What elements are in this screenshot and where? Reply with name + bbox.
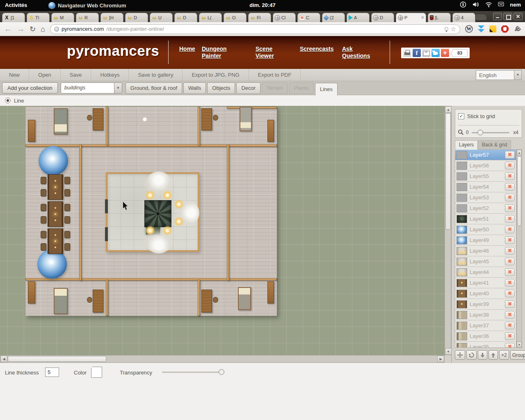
menu-item-open[interactable]: Open (29, 69, 61, 81)
map-bed-a[interactable] (54, 108, 68, 135)
x2-button[interactable]: ×2 (499, 350, 509, 360)
map-table[interactable] (48, 228, 63, 254)
delete-layer-button[interactable]: ✖ (505, 343, 515, 348)
delete-layer-button[interactable]: ✖ (505, 311, 515, 319)
delete-layer-button[interactable]: ✖ (505, 258, 515, 265)
line-thickness-input[interactable] (45, 368, 59, 377)
map-desk[interactable] (201, 108, 212, 130)
header-link-home[interactable]: Home (179, 46, 197, 52)
layer-row-layer51[interactable]: Layer51✖ (455, 214, 516, 224)
home-button[interactable]: ⌂ (41, 25, 45, 33)
layer-row-layer38[interactable]: Layer38✖ (455, 310, 516, 320)
header-link-screencasts[interactable]: Screencasts (300, 46, 338, 52)
map-table[interactable] (48, 174, 63, 200)
bookmark-star-icon[interactable]: ☆ (451, 26, 456, 32)
delete-layer-button[interactable]: ✖ (505, 279, 515, 287)
map-chair[interactable] (41, 177, 46, 184)
clock[interactable]: dim. 20:47 (0, 2, 525, 8)
map-chair[interactable] (41, 231, 46, 238)
color-picker-swatch[interactable] (91, 367, 102, 378)
map-desk[interactable] (201, 290, 212, 313)
layer-row-layer50[interactable]: Layer50✖ (455, 224, 516, 235)
map-stool[interactable] (87, 297, 92, 303)
browser-tab-d[interactable]: ωD (125, 13, 148, 22)
browser-tab-c[interactable]: MC (297, 13, 320, 22)
addthis-share-icon[interactable]: + (441, 49, 449, 57)
layer-list-scrollbar[interactable]: ▲ ▼ (516, 149, 522, 348)
browser-tab-d[interactable]: ωD (174, 13, 197, 22)
layer-row-layer45[interactable]: Layer45✖ (455, 256, 516, 267)
scroll-down-icon[interactable]: ▼ (517, 342, 522, 347)
username[interactable]: nem (510, 2, 521, 8)
canvas[interactable] (0, 106, 445, 355)
map-fountain-s[interactable] (144, 226, 173, 253)
header-link-scene-viewer[interactable]: Scene Viewer (256, 46, 281, 59)
twitter-share-icon[interactable] (431, 49, 440, 57)
map-stool[interactable] (213, 297, 218, 303)
browser-tab-o[interactable]: ωO (224, 13, 247, 22)
stick-to-grid-checkbox[interactable]: ✓ (458, 113, 464, 119)
delete-layer-button[interactable]: ✖ (505, 332, 515, 340)
scroll-up-icon[interactable]: ▲ (445, 106, 452, 113)
browser-tab-a[interactable]: A (347, 13, 370, 22)
tab-close-icon[interactable]: × (421, 16, 424, 20)
map-cabinet[interactable] (267, 281, 274, 304)
browser-tab-1[interactable]: X[1 (2, 13, 25, 22)
map-bed-c[interactable] (54, 288, 68, 314)
map-bed-d[interactable] (238, 287, 251, 310)
panel-tab-back-grid[interactable]: Back & grid (478, 140, 511, 150)
canvas-horizontal-scrollbar[interactable]: ◀ ▶ (0, 355, 445, 363)
wrench-menu-icon[interactable] (514, 25, 521, 33)
map-spiral[interactable] (144, 200, 171, 227)
vertical-scroll-thumb[interactable] (445, 113, 451, 230)
delete-layer-button[interactable]: ✖ (505, 290, 515, 297)
scroll-up-icon[interactable]: ▲ (517, 150, 522, 155)
layer-row-layer55[interactable]: Layer55✖ (455, 171, 516, 182)
map-chair[interactable] (41, 243, 46, 251)
map-desk[interactable] (93, 108, 103, 130)
layer-scroll-thumb[interactable] (517, 156, 521, 226)
map-chair[interactable] (41, 189, 46, 196)
zoom-slider[interactable] (472, 132, 509, 133)
line-radio[interactable] (5, 98, 11, 103)
delete-layer-button[interactable]: ✖ (505, 268, 515, 276)
map-chair[interactable] (41, 216, 46, 224)
layer-row-layer44[interactable]: Layer44✖ (455, 267, 516, 278)
browser-tab-u[interactable]: ωU (150, 13, 173, 22)
maximize-button[interactable] (503, 13, 512, 20)
wikipedia-extension-icon[interactable]: W (465, 25, 473, 33)
wifi-icon[interactable] (485, 2, 492, 7)
browser-tab-p[interactable]: P× (396, 13, 426, 22)
map-chair[interactable] (64, 231, 70, 238)
delete-layer-button[interactable]: ✖ (505, 151, 515, 159)
layer-row-layer52[interactable]: Layer52✖ (455, 203, 516, 214)
browser-tab-l[interactable]: ωL( (199, 13, 222, 22)
delete-layer-button[interactable]: ✖ (505, 204, 515, 212)
transparency-slider[interactable] (162, 372, 224, 373)
scroll-right-icon[interactable]: ▶ (437, 356, 444, 362)
map-fountain-n[interactable] (144, 171, 173, 200)
menu-item-new[interactable]: New (0, 69, 29, 81)
browser-tab-fl[interactable]: ωFl (248, 13, 271, 22)
email-share-icon[interactable] (422, 49, 430, 57)
minimize-button[interactable] (493, 13, 502, 20)
layer-row-layer35[interactable]: Layer35✖ (455, 342, 516, 348)
group-button[interactable]: Group (510, 350, 525, 360)
site-logo[interactable]: pyromancers (67, 43, 159, 59)
delete-layer-button[interactable]: ✖ (505, 215, 515, 223)
delete-layer-button[interactable]: ✖ (505, 236, 515, 244)
map-chair[interactable] (64, 204, 70, 211)
new-tab-button[interactable] (476, 14, 486, 20)
adblock-extension-icon[interactable] (501, 25, 509, 33)
layer-row-layer49[interactable]: Layer49✖ (455, 235, 516, 246)
add-collection-button[interactable]: Add your collection (2, 82, 58, 94)
collection-combo[interactable]: buildings ▼ (61, 82, 122, 94)
scroll-down-icon[interactable]: ▼ (445, 348, 452, 355)
map-table[interactable] (48, 201, 63, 227)
download-extension-icon[interactable] (478, 25, 484, 32)
map-cabinet[interactable] (267, 120, 274, 142)
layer-row-layer53[interactable]: Layer53✖ (455, 192, 516, 203)
map-chair[interactable] (64, 177, 70, 184)
delete-layer-button[interactable]: ✖ (505, 172, 515, 180)
browser-tab-4[interactable]: 4 (452, 13, 475, 22)
